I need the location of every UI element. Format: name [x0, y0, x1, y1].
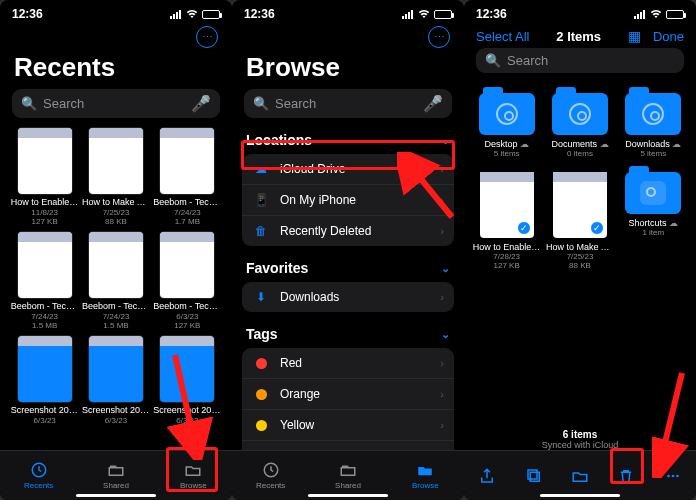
- tab-shared[interactable]: Shared: [77, 451, 154, 500]
- search-input[interactable]: 🔍 Search 🎤: [12, 89, 220, 118]
- tag-color-icon: [252, 420, 270, 431]
- page-title: Browse: [232, 48, 464, 89]
- favorite-row[interactable]: ⬇︎ Downloads ›: [242, 282, 454, 312]
- file-date: 7/25/23: [103, 208, 130, 217]
- wifi-icon: [418, 9, 430, 19]
- file-item[interactable]: ✓ How to Make AirPo…ebom 7/25/23 88 KB: [545, 172, 614, 270]
- sync-status: Synced with iCloud: [464, 440, 696, 450]
- favorites-list: ⬇︎ Downloads ›: [242, 282, 454, 312]
- file-date: 7/25/23: [567, 252, 594, 261]
- page-title: Recents: [0, 48, 232, 89]
- folder-sub: 0 items: [567, 149, 593, 158]
- view-grid-icon[interactable]: ▦: [628, 28, 641, 44]
- file-date: 6/3/23: [176, 312, 198, 321]
- file-item[interactable]: How to Enable & Use…ebom ☁︎ 11/8/23 127 …: [10, 128, 79, 226]
- folder-sub: 5 items: [494, 149, 520, 158]
- folder-icon: [479, 93, 535, 135]
- files-grid: ✓ How to Enable & Use…ebom 7/28/23 127 K…: [464, 164, 696, 276]
- file-item[interactable]: Beebom - Tech…ers 4 ☁︎ 7/24/23 1.7 MB: [153, 128, 222, 226]
- file-thumbnail: [18, 128, 72, 194]
- location-row-trash[interactable]: 🗑 Recently Deleted ›: [242, 216, 454, 246]
- locations-header[interactable]: Locations ⌄: [232, 128, 464, 154]
- folder-icon: [625, 93, 681, 135]
- move-button[interactable]: [569, 467, 591, 485]
- more-button[interactable]: [662, 467, 684, 485]
- tag-row[interactable]: Red ›: [242, 348, 454, 379]
- tab-browse[interactable]: Browse: [387, 451, 464, 500]
- search-icon: 🔍: [21, 96, 37, 111]
- trash-button[interactable]: [615, 467, 637, 485]
- home-indicator[interactable]: [540, 494, 620, 497]
- more-button[interactable]: ⋯: [428, 26, 450, 48]
- tag-row[interactable]: Yellow ›: [242, 410, 454, 441]
- tag-color-icon: [252, 358, 270, 369]
- status-bar: 12:36: [232, 0, 464, 22]
- download-icon: ⬇︎: [252, 290, 270, 304]
- file-name: How to Make AirPo…ebom: [546, 242, 614, 252]
- chevron-right-icon: ›: [440, 194, 444, 206]
- tab-recents[interactable]: Recents: [0, 451, 77, 500]
- file-name: Shortcuts ☁︎: [629, 218, 679, 228]
- search-placeholder: Search: [507, 53, 675, 68]
- battery-icon: [202, 10, 220, 19]
- tab-browse[interactable]: Browse: [155, 451, 232, 500]
- tab-label: Recents: [24, 481, 53, 490]
- status-time: 12:36: [12, 7, 43, 21]
- file-item[interactable]: How to Make AirPo…ebom ☁︎ 7/25/23 88 KB: [81, 128, 150, 226]
- file-item[interactable]: Beebom - Tech…tters ☁︎ 6/3/23 127 KB: [153, 232, 222, 330]
- cellular-icon: [402, 9, 414, 19]
- tag-row[interactable]: Orange ›: [242, 379, 454, 410]
- search-input[interactable]: 🔍 Search: [476, 48, 684, 73]
- tags-header[interactable]: Tags ⌄: [232, 322, 464, 348]
- home-indicator[interactable]: [76, 494, 156, 497]
- tab-recents[interactable]: Recents: [232, 451, 309, 500]
- location-row-iphone[interactable]: 📱 On My iPhone ›: [242, 185, 454, 216]
- folder-item[interactable]: Downloads ☁︎ 5 items: [619, 93, 688, 158]
- search-input[interactable]: 🔍 Search 🎤: [244, 89, 452, 118]
- file-date: 6/3/23: [105, 416, 127, 425]
- file-item[interactable]: Screenshot 2023-…2 PM ☁︎ 6/3/23: [81, 336, 150, 425]
- file-item[interactable]: ✓ How to Enable & Use…ebom 7/28/23 127 K…: [472, 172, 541, 270]
- file-item[interactable]: Screenshot 2023-…2 PM ☁︎ 6/3/23: [10, 336, 79, 425]
- row-label: Red: [280, 356, 430, 370]
- duplicate-button[interactable]: [523, 467, 545, 485]
- file-thumbnail: [89, 128, 143, 194]
- folder-item[interactable]: Documents ☁︎ 0 items: [545, 93, 614, 158]
- row-label: On My iPhone: [280, 193, 430, 207]
- favorites-header[interactable]: Favorites ⌄: [232, 256, 464, 282]
- file-name: Beebom - Tech…ers 3 ☁︎: [11, 302, 79, 312]
- file-item[interactable]: Beebom - Tech…ers 3 ☁︎ 7/24/23 1.5 MB: [10, 232, 79, 330]
- file-date: 7/24/23: [174, 208, 201, 217]
- battery-icon: [434, 10, 452, 19]
- screen-browse: 12:36 ⋯ Browse 🔍 Search 🎤 Locations ⌄ ☁︎…: [232, 0, 464, 500]
- selection-check-icon: ✓: [590, 221, 604, 235]
- home-indicator[interactable]: [308, 494, 388, 497]
- shared-icon: [338, 461, 358, 479]
- file-size: 88 KB: [569, 261, 591, 270]
- chevron-right-icon: ›: [440, 225, 444, 237]
- trash-icon: 🗑: [252, 224, 270, 238]
- row-label: Orange: [280, 387, 430, 401]
- file-thumbnail: [160, 336, 214, 402]
- folder-item[interactable]: Desktop ☁︎ 5 items: [472, 93, 541, 158]
- mic-icon[interactable]: 🎤: [191, 94, 211, 113]
- location-row-icloud[interactable]: ☁︎ iCloud Drive ›: [242, 154, 454, 185]
- file-thumbnail: [18, 336, 72, 402]
- done-button[interactable]: Done: [653, 29, 684, 44]
- select-all-button[interactable]: Select All: [476, 29, 529, 44]
- file-item[interactable]: Beebom - Tech…ers 2 ☁︎ 7/24/23 1.5 MB: [81, 232, 150, 330]
- tab-shared[interactable]: Shared: [309, 451, 386, 500]
- share-button[interactable]: [476, 467, 498, 485]
- file-item[interactable]: Screenshot 2023-…2 PM ☁︎ 6/3/23: [153, 336, 222, 425]
- mic-icon[interactable]: 🎤: [423, 94, 443, 113]
- file-item[interactable]: Shortcuts ☁︎ 1 item: [619, 172, 688, 270]
- clock-icon: [261, 461, 281, 479]
- more-button[interactable]: ⋯: [196, 26, 218, 48]
- chevron-down-icon: ⌄: [441, 328, 450, 341]
- file-thumbnail: [18, 232, 72, 298]
- status-bar: 12:36: [464, 0, 696, 22]
- file-date: 6/3/23: [176, 416, 198, 425]
- row-label: Downloads: [280, 290, 430, 304]
- chevron-right-icon: ›: [440, 357, 444, 369]
- file-size: 88 KB: [105, 217, 127, 226]
